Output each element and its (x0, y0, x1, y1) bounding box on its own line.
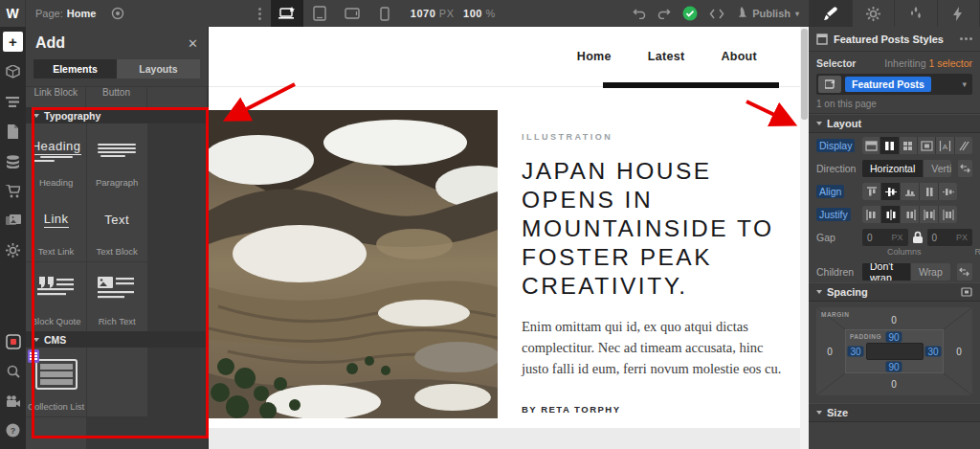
tab-interactions[interactable] (938, 0, 980, 27)
justify-space-around-button[interactable] (939, 206, 957, 223)
section-spacing[interactable]: Spacing (809, 282, 980, 302)
margin-right-value[interactable]: 0 (956, 347, 962, 357)
align-stretch-button[interactable] (920, 183, 938, 200)
class-selector-input[interactable]: Featured Posts ▾ (816, 74, 972, 95)
tab-layouts[interactable]: Layouts (117, 59, 200, 79)
justify-start-button[interactable] (862, 206, 880, 223)
direction-reverse-button[interactable] (958, 160, 972, 177)
display-inline-button[interactable]: A (936, 137, 953, 154)
help-icon[interactable]: ? (0, 415, 26, 445)
element-collection-list[interactable]: Collection List (26, 348, 86, 416)
components-icon[interactable] (0, 57, 26, 87)
direction-vertical-button[interactable]: Vertical (924, 160, 950, 177)
redo-icon[interactable] (657, 8, 671, 19)
record-indicator-icon[interactable] (0, 326, 26, 356)
element-text-block[interactable]: Text Text Block (87, 192, 147, 261)
justify-space-between-button[interactable] (920, 206, 938, 223)
margin-left-value[interactable]: 0 (827, 347, 833, 357)
section-typography[interactable]: Typography (26, 107, 208, 123)
padding-right-value[interactable]: 30 (924, 347, 941, 357)
padding-top-value[interactable]: 90 (885, 332, 902, 343)
element-text-link[interactable]: Link Text Link (26, 192, 86, 261)
display-flex-button[interactable] (880, 137, 898, 154)
justify-center-button[interactable] (881, 206, 900, 223)
undo-icon[interactable] (633, 8, 646, 19)
preview-eye-icon[interactable] (111, 7, 124, 20)
panel-menu-icon[interactable] (960, 37, 972, 40)
display-inline-block-button[interactable] (918, 137, 935, 154)
element-rich-text[interactable]: Rich Text (87, 262, 147, 331)
spacing-widget[interactable]: MARGIN PADDING 0 0 0 0 90 90 30 30 (816, 307, 972, 395)
article-byline[interactable]: BY RETA TORPHY (522, 404, 785, 415)
scrollbar-thumb[interactable] (801, 29, 808, 120)
article-hero-image[interactable] (209, 110, 498, 418)
assets-icon[interactable] (0, 206, 26, 236)
spacing-settings-icon[interactable] (961, 287, 972, 297)
gap-columns-input[interactable]: 0 PX (862, 229, 908, 246)
article-title[interactable]: JAPAN HOUSE OPENS IN MOUNTAINSIDE TO FOS… (522, 157, 785, 301)
article-excerpt[interactable]: Enim omittam qui id, ex quo atqui dictas… (522, 316, 785, 379)
section-layout[interactable]: Layout (809, 114, 980, 133)
element-heading[interactable]: Heading Heading (26, 123, 86, 192)
nav-link-latest[interactable]: Latest (648, 50, 685, 63)
breakpoint-mobile-landscape-button[interactable] (336, 0, 368, 27)
tab-elements[interactable]: Elements (33, 59, 117, 79)
tab-style[interactable] (810, 0, 853, 27)
inheriting-info[interactable]: Inheriting 1 selector (884, 57, 972, 69)
padding-left-value[interactable]: 30 (847, 347, 863, 357)
align-center-button[interactable] (881, 183, 900, 200)
element-block-quote[interactable]: Block Quote (26, 262, 86, 331)
display-grid-button[interactable] (900, 137, 917, 154)
tab-style-manager[interactable] (895, 0, 938, 27)
inheriting-selector-link[interactable]: 1 selector (928, 57, 972, 69)
navigator-icon[interactable] (0, 87, 26, 117)
section-cms[interactable]: CMS (26, 331, 208, 348)
gap-rows-input[interactable]: 0 PX (927, 229, 973, 246)
padding-bottom-value[interactable]: 90 (885, 362, 902, 372)
add-elements-button[interactable]: + (3, 32, 23, 52)
element-paragraph[interactable]: Paragraph (87, 123, 147, 192)
align-start-button[interactable] (862, 183, 880, 200)
margin-top-value[interactable]: 0 (891, 315, 897, 326)
ecommerce-icon[interactable] (0, 176, 26, 206)
page-label: Page: (35, 8, 63, 19)
children-nowrap-button[interactable]: Don't wrap (862, 263, 910, 281)
cms-icon[interactable] (0, 146, 26, 176)
align-baseline-text-button[interactable] (939, 183, 957, 200)
children-wrap-button[interactable]: Wrap (911, 263, 950, 281)
canvas-scrollbar[interactable] (800, 27, 809, 449)
chevron-down-icon[interactable]: ▾ (931, 79, 972, 89)
display-block-button[interactable] (862, 137, 880, 154)
publish-button[interactable]: Publish ▾ (736, 7, 799, 20)
selector-target-icon[interactable] (818, 76, 841, 93)
breakpoint-mobile-portrait-button[interactable] (368, 0, 401, 27)
pages-icon[interactable] (0, 117, 26, 146)
webflow-logo[interactable]: W (0, 0, 26, 27)
search-icon[interactable] (0, 356, 26, 386)
direction-horizontal-button[interactable]: Horizontal (862, 160, 923, 177)
gap-lock-icon[interactable] (912, 231, 924, 244)
align-baseline-button[interactable] (901, 183, 919, 200)
settings-icon[interactable] (0, 236, 26, 265)
nav-link-home[interactable]: Home (577, 50, 612, 63)
element-link-block[interactable]: Link Block (26, 87, 86, 107)
article-category[interactable]: ILLUSTRATION (522, 132, 785, 142)
breakpoint-readout[interactable]: 1070 PX 100 % (401, 8, 505, 19)
section-size[interactable]: Size (809, 403, 980, 422)
design-canvas[interactable]: Home Latest About (209, 27, 809, 449)
video-tutorials-icon[interactable] (0, 386, 26, 415)
display-none-button[interactable] (955, 137, 972, 154)
class-pill[interactable]: Featured Posts (845, 77, 931, 92)
breakpoint-desktop-button[interactable] (271, 0, 303, 27)
justify-end-button[interactable] (901, 206, 919, 223)
canvas-menu-icon[interactable] (249, 8, 271, 20)
children-reverse-button[interactable] (957, 263, 972, 281)
margin-bottom-value[interactable]: 0 (891, 379, 897, 390)
element-button[interactable]: Button (86, 87, 146, 107)
custom-code-icon[interactable] (709, 9, 724, 19)
nav-link-about[interactable]: About (721, 50, 757, 63)
page-switcher[interactable]: Page: Home (26, 8, 105, 19)
close-icon[interactable]: ✕ (188, 36, 198, 51)
tab-settings[interactable] (853, 0, 896, 27)
breakpoint-tablet-button[interactable] (303, 0, 336, 27)
